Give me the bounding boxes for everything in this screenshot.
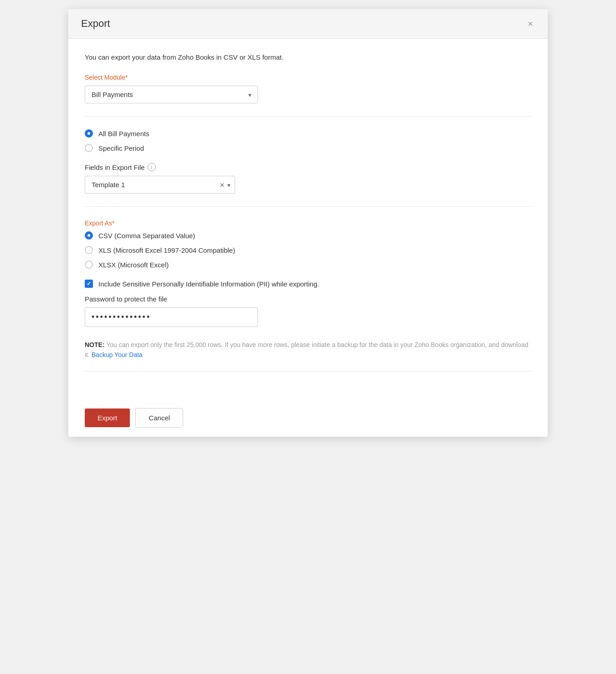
- radio-csv[interactable]: CSV (Comma Separated Value): [85, 231, 531, 240]
- fields-section: Fields in Export File i Template 1 Templ…: [85, 163, 531, 194]
- radio-input-csv[interactable]: [85, 231, 93, 240]
- note-text: NOTE: You can export only the first 25,0…: [85, 340, 531, 360]
- export-as-radio-group: CSV (Comma Separated Value) XLS (Microso…: [85, 231, 531, 269]
- divider-1: [85, 116, 531, 117]
- password-input[interactable]: [85, 307, 258, 327]
- module-select-wrapper: Bill Payments Bills Vendor Credits Purch…: [85, 86, 258, 103]
- filter-radio-group: All Bill Payments Specific Period: [85, 129, 531, 152]
- radio-label-csv: CSV (Comma Separated Value): [98, 232, 195, 240]
- modal-body: You can export your data from Zoho Books…: [68, 39, 548, 399]
- export-as-section: Export As* CSV (Comma Separated Value) X…: [85, 220, 531, 269]
- radio-xls[interactable]: XLS (Microsoft Excel 1997-2004 Compatibl…: [85, 246, 531, 254]
- cancel-button[interactable]: Cancel: [135, 408, 183, 428]
- radio-label-xlsx: XLSX (Microsoft Excel): [98, 261, 169, 269]
- radio-label-all: All Bill Payments: [98, 130, 149, 138]
- template-select[interactable]: Template 1 Template 2 All Fields: [85, 176, 235, 194]
- export-button[interactable]: Export: [85, 408, 130, 427]
- radio-xlsx[interactable]: XLSX (Microsoft Excel): [85, 260, 531, 269]
- pii-checkbox-item[interactable]: Include Sensitive Personally Identifiabl…: [85, 280, 531, 288]
- radio-input-xlsx[interactable]: [85, 260, 93, 269]
- export-as-label: Export As*: [85, 220, 531, 227]
- pii-checkbox-label: Include Sensitive Personally Identifiabl…: [98, 280, 319, 288]
- password-label: Password to protect the file: [85, 295, 531, 303]
- radio-specific-period[interactable]: Specific Period: [85, 144, 531, 152]
- fields-label: Fields in Export File i: [85, 163, 531, 171]
- divider-2: [85, 206, 531, 207]
- note-prefix: NOTE:: [85, 341, 105, 348]
- modal-footer: Export Cancel: [68, 399, 548, 437]
- password-section: Password to protect the file: [85, 295, 531, 327]
- modal-title: Export: [81, 18, 110, 30]
- radio-all-bill-payments[interactable]: All Bill Payments: [85, 129, 531, 138]
- radio-label-xls: XLS (Microsoft Excel 1997-2004 Compatibl…: [98, 246, 235, 254]
- module-select[interactable]: Bill Payments Bills Vendor Credits Purch…: [85, 86, 258, 103]
- note-body: You can export only the first 25,000 row…: [85, 341, 529, 358]
- export-modal: Export × You can export your data from Z…: [68, 9, 548, 437]
- modal-header: Export ×: [68, 9, 548, 39]
- radio-input-all[interactable]: [85, 129, 93, 138]
- note-section: NOTE: You can export only the first 25,0…: [85, 340, 531, 372]
- module-label: Select Module*: [85, 74, 531, 81]
- info-icon[interactable]: i: [148, 163, 156, 171]
- radio-input-specific[interactable]: [85, 144, 93, 152]
- backup-link[interactable]: Backup Your Data: [92, 351, 143, 358]
- radio-input-xls[interactable]: [85, 246, 93, 254]
- radio-label-specific: Specific Period: [98, 144, 144, 152]
- description-text: You can export your data from Zoho Books…: [85, 53, 531, 61]
- close-button[interactable]: ×: [526, 17, 535, 30]
- fields-label-text: Fields in Export File: [85, 163, 145, 171]
- module-section: Select Module* Bill Payments Bills Vendo…: [85, 74, 531, 103]
- template-select-wrapper: Template 1 Template 2 All Fields ✕ ▾: [85, 176, 235, 194]
- pii-checkbox-input[interactable]: [85, 280, 93, 288]
